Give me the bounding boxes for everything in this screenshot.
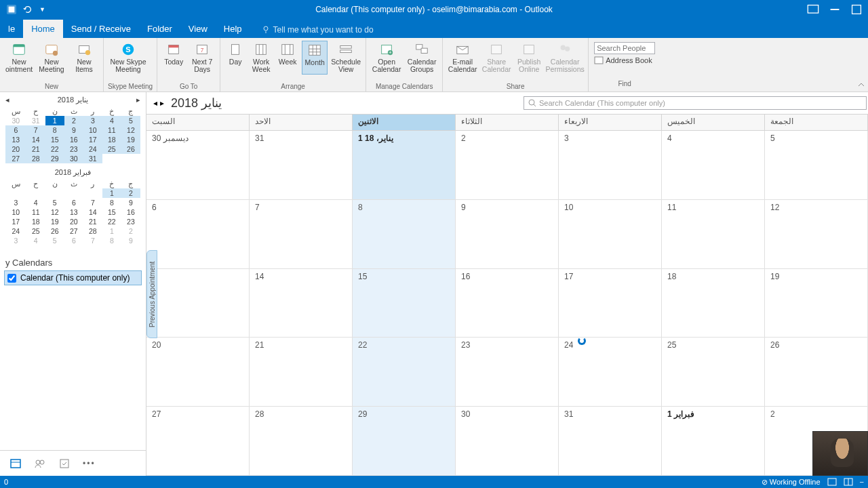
day-cell[interactable]: 23 (456, 338, 559, 407)
day-cell[interactable]: 31 (559, 407, 662, 476)
svg-rect-47 (60, 460, 68, 468)
collapse-ribbon-icon[interactable] (857, 81, 865, 89)
day-cell[interactable]: 12 (765, 200, 868, 269)
svg-rect-50 (828, 479, 836, 485)
cal-next-icon[interactable]: ▸ (160, 98, 164, 108)
new-meeting-button[interactable]: New Meeting (37, 41, 66, 75)
calendar-search-input[interactable]: Search Calendar (This computer only) (524, 96, 867, 110)
day-cell[interactable]: فبراير 1 (662, 407, 765, 476)
tab-help[interactable]: Help (216, 20, 250, 38)
calendar-list-item[interactable]: Calendar (This computer only) (4, 270, 142, 285)
month-view-button[interactable]: Month (302, 41, 328, 75)
minimize-icon[interactable] (829, 3, 841, 16)
day-cell[interactable]: 20 (146, 338, 250, 407)
svg-rect-22 (282, 45, 294, 55)
ribbon-display-icon[interactable] (807, 3, 819, 16)
next-7-days-button[interactable]: 7Next 7 Days (189, 41, 216, 75)
day-cell[interactable]: 9 (456, 200, 559, 269)
calendar-list-header[interactable]: y Calendars (4, 255, 142, 270)
calendar-groups-button[interactable]: Calendar Groups (406, 41, 438, 75)
day-cell[interactable]: 28 (250, 407, 353, 476)
tab-home[interactable]: Home (23, 20, 63, 38)
status-offline: ⊘ Working Offline (762, 478, 821, 487)
webcam-overlay (812, 431, 868, 476)
day-cell[interactable]: 22 (353, 338, 456, 407)
cal-prev-icon[interactable]: ◂ (153, 98, 157, 108)
new-skype-meeting-button[interactable]: SNew Skype Meeting (108, 41, 149, 75)
day-cell[interactable]: 30 (456, 407, 559, 476)
day-cell[interactable]: 26 (765, 338, 868, 407)
previous-appointment-tab[interactable]: Previous Appointment (146, 250, 157, 338)
day-cell[interactable]: 18 (662, 269, 765, 338)
tab-file[interactable]: le (0, 20, 23, 38)
day-cell[interactable]: يناير، 18 1 (353, 131, 456, 200)
svg-rect-19 (256, 45, 267, 55)
maximize-icon[interactable] (850, 3, 863, 16)
calendar-title: يناير 2018 (171, 96, 222, 110)
day-cell[interactable]: 27 (146, 407, 250, 476)
schedule-view-button[interactable]: Schedule View (330, 41, 361, 75)
new-appointment-button[interactable]: New ointment (4, 41, 34, 75)
day-cell[interactable]: 7 (250, 200, 353, 269)
day-cell[interactable]: 4 (662, 131, 765, 200)
day-cell[interactable]: 5 (765, 131, 868, 200)
share-calendar-button[interactable]: Share Calendar (481, 41, 512, 75)
day-cell[interactable]: 21 (250, 338, 353, 407)
tab-folder[interactable]: Folder (139, 20, 180, 38)
day-view-button[interactable]: Day (224, 41, 246, 75)
email-calendar-button[interactable]: E-mail Calendar (447, 41, 478, 75)
publish-online-button[interactable]: Publish Online (515, 41, 543, 75)
day-cell[interactable]: 10 (559, 200, 662, 269)
tab-view[interactable]: View (180, 20, 216, 38)
group-find: Address Book Find (589, 38, 660, 92)
open-calendar-button[interactable]: +Open Calendar (370, 41, 403, 75)
svg-rect-36 (421, 48, 427, 53)
view-normal-icon[interactable] (827, 478, 837, 486)
search-people-input[interactable] (594, 42, 655, 54)
day-cell[interactable]: 14 (250, 269, 353, 338)
qat-dropdown-icon[interactable]: ▼ (39, 6, 45, 13)
more-nav-icon[interactable]: ••• (83, 459, 96, 468)
week-view-button[interactable]: Week (276, 41, 299, 75)
view-reading-icon[interactable] (844, 478, 853, 486)
calendar-nav-icon[interactable] (9, 458, 22, 470)
day-cell[interactable]: 6 (146, 200, 250, 269)
day-cell[interactable]: 16 (456, 269, 559, 338)
svg-rect-2 (808, 5, 818, 14)
group-new: New ointment New Meeting New Items New (0, 38, 104, 92)
address-book-button[interactable]: Address Book (594, 56, 655, 64)
mini-calendar-feb: فبراير 2018 سحنثرخج 12 3456789 101112131… (0, 165, 146, 247)
zoom-out-icon[interactable]: − (860, 478, 864, 486)
group-skype: SNew Skype Meeting Skype Meeting (104, 38, 157, 92)
day-cell[interactable]: 8 (353, 200, 456, 269)
day-cell[interactable]: 29 (353, 407, 456, 476)
tasks-nav-icon[interactable] (58, 458, 71, 470)
day-cell[interactable]: 15 (353, 269, 456, 338)
day-headers: السبت الاحد الاثنين الثلاثاء الاربعاء ال… (146, 115, 868, 131)
mini-calendar-table[interactable]: سحنثرخج 303112345 6789101112 13141516171… (5, 106, 140, 163)
next-month-icon[interactable]: ▸ (136, 96, 140, 104)
day-cell[interactable]: 31 (250, 131, 353, 200)
calendar-checkbox[interactable] (7, 274, 16, 283)
group-arrange: Day Work Week Week Month Schedule View A… (220, 38, 366, 92)
people-nav-icon[interactable] (34, 458, 46, 470)
work-week-view-button[interactable]: Work Week (249, 41, 273, 75)
new-items-button[interactable]: New Items (69, 41, 99, 75)
day-cell[interactable]: 11 (662, 200, 765, 269)
today-button[interactable]: Today (161, 41, 186, 75)
mini-calendar-table[interactable]: سحنثرخج 12 3456789 10111213141516 171819… (5, 179, 140, 245)
undo-icon[interactable] (23, 5, 33, 14)
day-cell[interactable]: 19 (765, 269, 868, 338)
day-cell[interactable] (146, 269, 250, 338)
tell-me[interactable]: Tell me what you want to do (262, 25, 374, 38)
day-cell[interactable]: 2 (456, 131, 559, 200)
day-cell[interactable]: 24 (559, 338, 662, 407)
day-cell[interactable]: ديسمبر 30 (146, 131, 250, 200)
day-cell[interactable]: 17 (559, 269, 662, 338)
tab-send-receive[interactable]: Send / Receive (63, 20, 139, 38)
group-share: E-mail Calendar Share Calendar Publish O… (443, 38, 589, 92)
day-cell[interactable]: 25 (662, 338, 765, 407)
group-manage: +Open Calendar Calendar Groups Manage Ca… (366, 38, 443, 92)
day-cell[interactable]: 3 (559, 131, 662, 200)
calendar-permissions-button[interactable]: Calendar Permissions (546, 41, 584, 75)
